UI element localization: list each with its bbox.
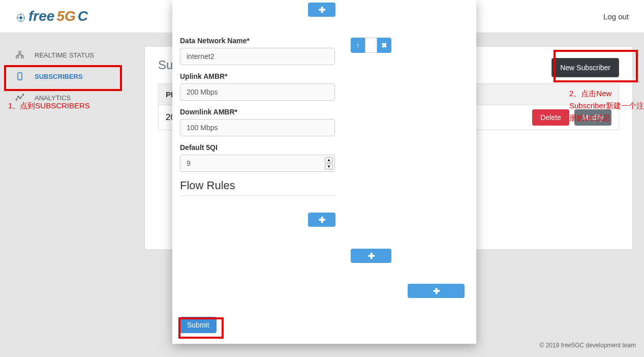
uplink-input[interactable] [180,83,335,101]
svg-point-12 [19,78,20,79]
downlink-label: Downlink AMBR* [180,108,335,116]
plus-icon: ✚ [368,251,375,261]
add-section-button-1[interactable]: ✚ [351,249,391,263]
svg-rect-6 [21,56,23,58]
footer-text: © 2019 free5GC development team [539,342,636,349]
add-flow-rule-button[interactable]: ✚ [308,213,335,227]
add-section-button-2[interactable]: ✚ [408,284,465,298]
submit-button[interactable]: Submit [180,317,217,333]
svg-point-15 [20,98,21,99]
dnn-label: Data Network Name* [180,37,335,45]
move-up-button[interactable]: ↑ [351,38,365,53]
qi-decrement[interactable]: ▼ [325,164,333,170]
logo-text-1: free [28,8,54,24]
qi-label: Default 5QI [180,143,335,152]
plus-icon: ✚ [319,215,325,225]
subscriber-modal: ✚ ↑ ✖ Data Network Name* Uplink AMBR* Do… [172,0,476,344]
annotation-text-2: 2、点击New Subscriber新建一个注册的UE信息 [569,87,644,124]
sidebar: REALTIME STATUS SUBSCRIBERS ANALYTICS [0,33,133,357]
sidebar-label: SUBSCRIBERS [35,73,83,80]
arrow-up-icon: ↑ [356,41,360,49]
downlink-input[interactable] [180,119,335,136]
sidebar-item-subscribers[interactable]: SUBSCRIBERS [0,66,133,87]
annotation-text-1: 1、点到SUBSCRIBERS [8,100,90,112]
uplink-label: Uplink AMBR* [180,72,335,80]
svg-point-14 [18,96,19,97]
delete-button[interactable]: Delete [532,109,569,126]
qi-input[interactable] [180,155,335,172]
close-icon: ✖ [381,41,387,49]
logo-text-3: C [78,8,88,24]
qi-increment[interactable]: ▲ [325,157,333,163]
logo-text-2: 5G [56,8,75,24]
svg-point-16 [23,94,24,95]
mobile-icon [15,72,24,81]
new-subscriber-button[interactable]: New Subscriber [551,58,619,77]
sidebar-item-realtime[interactable]: REALTIME STATUS [0,44,133,66]
logo: free5GC [15,8,88,24]
logout-link[interactable]: Log out [603,12,629,21]
dnn-input[interactable] [180,48,335,65]
svg-rect-5 [16,56,18,58]
reorder-controls: ↑ ✖ [351,38,391,53]
svg-rect-4 [19,51,21,53]
remove-button[interactable]: ✖ [377,38,391,53]
status-icon [15,50,24,60]
flow-rules-title: Flow Rules [180,179,335,196]
move-down-button[interactable] [365,38,377,53]
logo-icon [15,11,26,22]
add-button-top[interactable]: ✚ [308,3,335,17]
plus-icon: ✚ [319,5,325,15]
sidebar-label: REALTIME STATUS [35,51,94,59]
plus-icon: ✚ [433,286,440,296]
